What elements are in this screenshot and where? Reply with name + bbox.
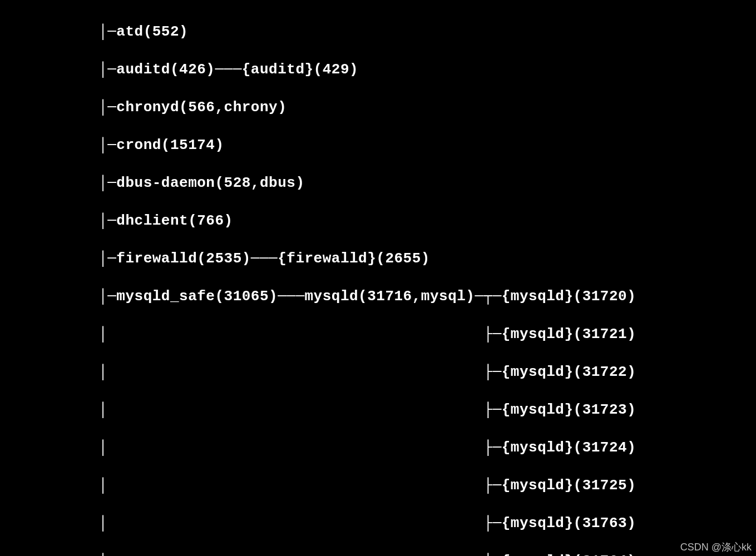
watermark: CSDN @涤心kk [680, 540, 752, 554]
process-line: │ ├─{mysqld}(31725) [0, 476, 756, 495]
process-line: │ ├─{mysqld}(31721) [0, 325, 756, 344]
process-line: │─auditd(426)───{auditd}(429) [0, 60, 756, 79]
process-line: │─dbus-daemon(528,dbus) [0, 173, 756, 192]
process-line: │ ├─{mysqld}(31764) [0, 552, 756, 556]
process-line: │─mysqld_safe(31065)───mysqld(31716,mysq… [0, 287, 756, 306]
process-line: │ ├─{mysqld}(31724) [0, 438, 756, 457]
process-line: │─atd(552) [0, 22, 756, 41]
process-line: │ ├─{mysqld}(31763) [0, 514, 756, 533]
process-line: │─dhclient(766) [0, 211, 756, 230]
process-line: │─chronyd(566,chrony) [0, 98, 756, 117]
process-line: │ ├─{mysqld}(31723) [0, 400, 756, 419]
process-line: │ ├─{mysqld}(31722) [0, 363, 756, 381]
process-line: │─firewalld(2535)───{firewalld}(2655) [0, 249, 756, 268]
process-line: │─crond(15174) [0, 136, 756, 155]
pstree-output: │─atd(552) │─auditd(426)───{auditd}(429)… [0, 0, 756, 556]
